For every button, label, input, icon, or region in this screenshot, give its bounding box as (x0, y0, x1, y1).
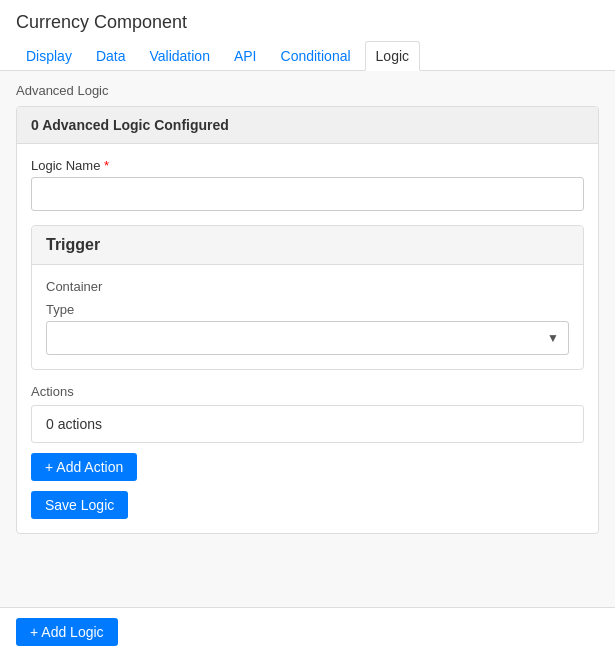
tabs-bar: Display Data Validation API Conditional … (0, 41, 615, 71)
tab-display[interactable]: Display (16, 42, 82, 70)
actions-section: Actions 0 actions + Add Action Save Logi… (31, 384, 584, 519)
tab-data[interactable]: Data (86, 42, 136, 70)
bottom-bar: + Add Logic (0, 607, 615, 656)
trigger-box: Trigger Container Type ▼ (31, 225, 584, 370)
add-action-button[interactable]: + Add Action (31, 453, 137, 481)
tab-api[interactable]: API (224, 42, 267, 70)
page-container: Currency Component Display Data Validati… (0, 0, 615, 656)
tab-logic[interactable]: Logic (365, 41, 420, 71)
trigger-header: Trigger (32, 226, 583, 265)
actions-label: Actions (31, 384, 584, 399)
tab-conditional[interactable]: Conditional (271, 42, 361, 70)
container-label: Container (46, 279, 569, 294)
page-title: Currency Component (0, 0, 615, 41)
logic-name-input[interactable] (31, 177, 584, 211)
section-label: Advanced Logic (16, 83, 599, 98)
type-select-wrapper: ▼ (46, 321, 569, 355)
type-select[interactable] (46, 321, 569, 355)
content-area: Advanced Logic 0 Advanced Logic Configur… (0, 71, 615, 607)
type-label: Type (46, 302, 569, 317)
tab-validation[interactable]: Validation (139, 42, 219, 70)
save-logic-button[interactable]: Save Logic (31, 491, 128, 519)
trigger-body: Container Type ▼ (32, 265, 583, 369)
actions-count-text: 0 actions (46, 416, 102, 432)
logic-card-header: 0 Advanced Logic Configured (17, 107, 598, 144)
logic-card-body: Logic Name * Trigger Container Type (17, 144, 598, 533)
required-star: * (104, 158, 109, 173)
logic-card: 0 Advanced Logic Configured Logic Name *… (16, 106, 599, 534)
add-logic-button[interactable]: + Add Logic (16, 618, 118, 646)
actions-count-box: 0 actions (31, 405, 584, 443)
logic-name-label: Logic Name * (31, 158, 584, 173)
